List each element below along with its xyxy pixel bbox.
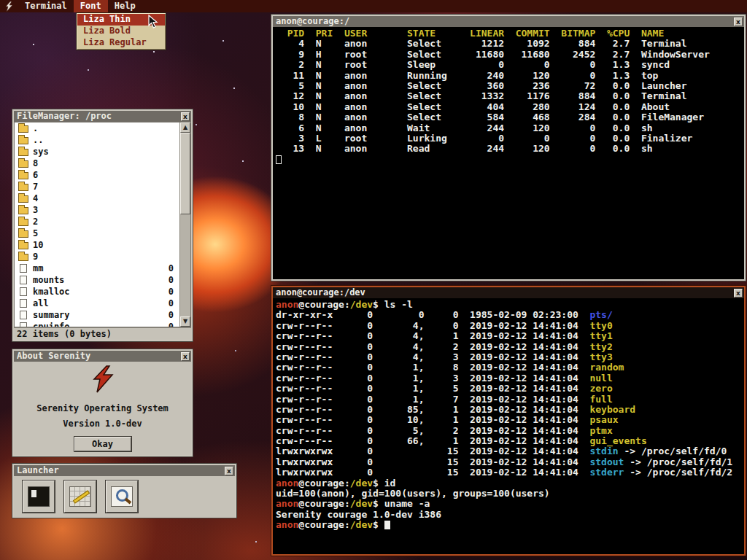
launcher-titlebar[interactable]: Launcher x [14, 465, 235, 476]
terminal-line [276, 155, 741, 165]
file-list-item[interactable]: 2 [15, 216, 179, 228]
folder-icon [18, 219, 28, 226]
terminal-line: dr-xr-xr-x 0 0 0 1985-02-09 02:23:00 pts… [276, 310, 741, 320]
process-row: 12 N anon Select 1332 1176 884 0.0 Termi… [276, 91, 741, 101]
file-name: 6 [33, 170, 38, 180]
file-list-item[interactable]: 8 [15, 158, 179, 169]
file-list-item[interactable]: summary0 [15, 309, 179, 321]
file-list-item[interactable]: mm0 [15, 262, 179, 274]
file-list-item[interactable]: 6 [15, 169, 179, 181]
process-row: 2 N root Sleep 0 0 0 1.3 syncd [276, 60, 741, 70]
terminal-line: Serenity courage 1.0-dev i386 [276, 510, 741, 520]
about-body: Serenity Operating System Version 1.0-de… [14, 362, 191, 455]
file-list-item[interactable]: 10 [15, 239, 179, 251]
process-row: 6 N anon Wait 244 120 0 0.0 sh [276, 123, 741, 133]
dev-terminal-titlebar[interactable]: anon@courage:/dev x [273, 287, 744, 298]
scroll-down-icon[interactable]: ▼ [180, 316, 190, 327]
serenity-lightning-icon[interactable] [0, 1, 18, 12]
window-title: FileManager: /proc [17, 111, 181, 122]
scroll-thumb[interactable] [180, 133, 190, 214]
menubar-item-terminal[interactable]: Terminal [18, 0, 74, 12]
process-row: 3 L root Lurking 0 0 0 0.0 Finalizer [276, 133, 741, 144]
process-row: 11 N anon Running 240 120 0 1.3 top [276, 71, 741, 81]
terminal-line: anon@courage:/dev$ ls -l [276, 300, 741, 310]
terminal-line: crw-r--r-- 0 1, 7 2019-02-12 14:41:04 fu… [276, 394, 741, 405]
process-terminal-output[interactable]: PID PRI USER STATE LINEAR COMMIT BITMAP … [273, 27, 744, 279]
folder-icon [18, 195, 28, 203]
file-list-item[interactable]: 4 [15, 192, 179, 204]
okay-button[interactable]: Okay [74, 437, 131, 451]
file-list-item[interactable]: 7 [15, 181, 179, 192]
terminal-line: anon@courage:/dev$ uname -a [276, 499, 741, 509]
file-manager-titlebar[interactable]: FileManager: /proc x [14, 111, 191, 122]
terminal-line: crw-r--r-- 0 1, 5 2019-02-12 14:41:04 ze… [276, 384, 741, 394]
scrollbar[interactable]: ▲ ▼ [179, 122, 190, 327]
close-icon[interactable]: x [225, 467, 233, 475]
about-window: About Serenity x Serenity Operating Syst… [12, 349, 193, 456]
terminal-line: crw-r--r-- 0 1, 3 2019-02-12 14:41:04 nu… [276, 373, 741, 384]
serenity-logo-icon [90, 365, 115, 396]
font-menu-item-liza-thin[interactable]: Liza Thin [77, 14, 165, 26]
file-name: mounts [33, 275, 64, 285]
file-manager-window: FileManager: /proc x ...sys8674325109mm0… [12, 109, 193, 341]
folder-icon [18, 184, 28, 191]
file-list-item[interactable]: sys [15, 146, 179, 158]
file-list-item[interactable]: .. [15, 134, 179, 146]
terminal-line: crw-r--r-- 0 1, 8 2019-02-12 14:41:04 ra… [276, 362, 741, 373]
font-menu-item-liza-regular[interactable]: Liza Regular [77, 37, 165, 49]
file-list-item[interactable]: cpuinfo0 [15, 321, 179, 327]
terminal-line: lrwxrwxrwx 0 15 2019-02-12 14:41:04 stde… [276, 467, 741, 478]
process-terminal-titlebar[interactable]: anon@courage:/ x [273, 16, 744, 27]
close-icon[interactable]: x [181, 352, 190, 361]
file-icon [20, 322, 27, 327]
file-name: 8 [33, 158, 38, 168]
file-list-item[interactable]: mounts0 [15, 274, 179, 286]
folder-icon [18, 230, 28, 238]
file-list-item[interactable]: all0 [15, 298, 179, 309]
terminal-line: lrwxrwxrwx 0 15 2019-02-12 14:41:04 stdo… [276, 457, 741, 467]
file-size: 0 [169, 275, 177, 285]
file-list-item[interactable]: 5 [15, 228, 179, 239]
folder-icon [18, 242, 28, 249]
dev-terminal-output[interactable]: anon@courage:/dev$ ls -ldr-xr-xr-x 0 0 0… [273, 298, 744, 554]
folder-icon [18, 137, 28, 144]
close-icon[interactable]: x [734, 18, 743, 26]
file-size: 0 [169, 263, 177, 273]
folder-icon [18, 149, 28, 156]
file-list-item[interactable]: kmalloc0 [15, 286, 179, 298]
launch-font-editor-button[interactable] [64, 481, 96, 513]
file-name: 4 [33, 193, 38, 203]
menubar-item-help[interactable]: Help [108, 0, 142, 12]
file-list-item[interactable]: 3 [15, 204, 179, 216]
file-name: .. [33, 135, 43, 145]
file-list-item[interactable]: 9 [15, 251, 179, 262]
scroll-up-icon[interactable]: ▲ [180, 122, 190, 133]
terminal-cursor [384, 521, 390, 529]
terminal-line: crw-r--r-- 0 5, 2 2019-02-12 14:41:04 pt… [276, 426, 741, 436]
launch-file-search-button[interactable] [106, 481, 138, 513]
about-os-name: Serenity Operating System [36, 403, 169, 413]
status-bar: 22 items (0 bytes) [14, 327, 191, 340]
menubar-items: TerminalFontHelp [18, 0, 142, 12]
folder-icon [18, 254, 28, 261]
close-icon[interactable]: x [734, 289, 743, 298]
terminal-line: crw-r--r-- 0 66, 1 2019-02-12 14:41:04 g… [276, 436, 741, 446]
process-row: 13 N anon Read 244 120 0 0.0 sh [276, 144, 741, 154]
font-menu-item-liza-bold[interactable]: Liza Bold [77, 26, 165, 37]
scroll-track[interactable] [180, 214, 190, 316]
about-titlebar[interactable]: About Serenity x [14, 351, 191, 362]
file-name: cpuinfo [33, 322, 70, 327]
font-editor-icon [69, 486, 91, 507]
launcher-buttons [14, 476, 235, 517]
file-name: all [33, 298, 49, 308]
launch-terminal-button[interactable] [23, 481, 55, 513]
close-icon[interactable]: x [181, 112, 190, 121]
process-row: 4 N anon Select 1212 1092 884 2.7 Termin… [276, 39, 741, 49]
terminal-line: crw-r--r-- 0 4, 2 2019-02-12 14:41:04 tt… [276, 342, 741, 352]
file-icon [20, 299, 27, 308]
file-name: mm [33, 263, 43, 273]
menubar-item-font[interactable]: Font [74, 0, 108, 12]
file-name: kmalloc [33, 287, 70, 297]
file-list-item[interactable]: . [15, 122, 179, 134]
launcher-window: Launcher x [12, 464, 236, 518]
